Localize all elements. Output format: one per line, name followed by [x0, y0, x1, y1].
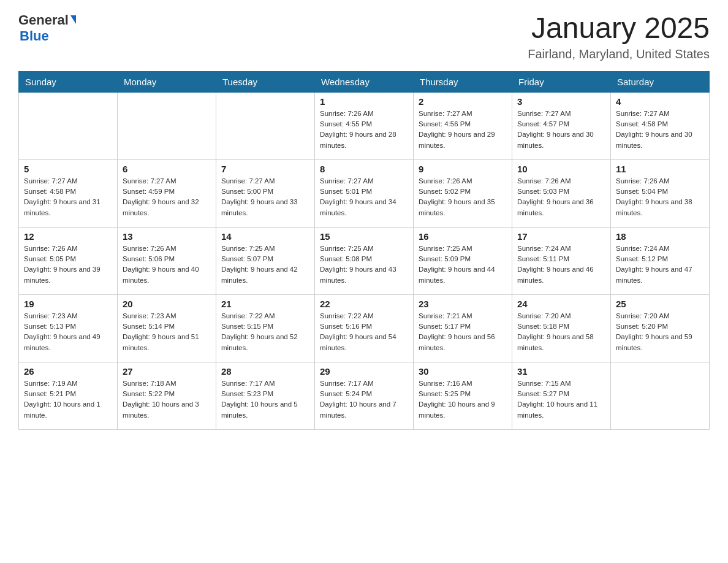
logo-arrow-icon — [70, 15, 76, 24]
day-info: Sunrise: 7:15 AMSunset: 5:27 PMDaylight:… — [517, 378, 605, 421]
day-number: 17 — [517, 231, 605, 242]
page-title: January 2025 — [528, 12, 710, 45]
table-row: 26Sunrise: 7:19 AMSunset: 5:21 PMDayligh… — [19, 362, 118, 429]
table-row: 15Sunrise: 7:25 AMSunset: 5:08 PMDayligh… — [315, 227, 414, 294]
table-row: 27Sunrise: 7:18 AMSunset: 5:22 PMDayligh… — [118, 362, 216, 429]
table-row: 21Sunrise: 7:22 AMSunset: 5:15 PMDayligh… — [216, 294, 315, 362]
day-info: Sunrise: 7:26 AMSunset: 4:55 PMDaylight:… — [320, 109, 408, 151]
calendar-week-row: 19Sunrise: 7:23 AMSunset: 5:13 PMDayligh… — [19, 294, 710, 362]
col-monday: Monday — [118, 71, 216, 92]
day-number: 7 — [221, 164, 309, 174]
page-location: Fairland, Maryland, United States — [528, 47, 710, 61]
table-row: 30Sunrise: 7:16 AMSunset: 5:25 PMDayligh… — [414, 362, 512, 429]
logo: General Blue — [18, 12, 76, 44]
day-info: Sunrise: 7:17 AMSunset: 5:24 PMDaylight:… — [320, 378, 408, 421]
day-number: 26 — [24, 366, 112, 377]
day-number: 28 — [221, 366, 309, 377]
day-info: Sunrise: 7:20 AMSunset: 5:18 PMDaylight:… — [517, 311, 605, 353]
day-info: Sunrise: 7:27 AMSunset: 4:57 PMDaylight:… — [517, 109, 605, 151]
table-row: 6Sunrise: 7:27 AMSunset: 4:59 PMDaylight… — [118, 159, 216, 227]
calendar-week-row: 26Sunrise: 7:19 AMSunset: 5:21 PMDayligh… — [19, 362, 710, 429]
table-row: 16Sunrise: 7:25 AMSunset: 5:09 PMDayligh… — [414, 227, 512, 294]
day-info: Sunrise: 7:27 AMSunset: 5:00 PMDaylight:… — [221, 176, 309, 218]
day-info: Sunrise: 7:27 AMSunset: 5:01 PMDaylight:… — [320, 176, 408, 218]
day-info: Sunrise: 7:26 AMSunset: 5:02 PMDaylight:… — [419, 176, 507, 218]
col-saturday: Saturday — [611, 71, 710, 92]
day-number: 3 — [517, 96, 605, 107]
day-info: Sunrise: 7:22 AMSunset: 5:15 PMDaylight:… — [221, 311, 309, 353]
calendar-header-row: Sunday Monday Tuesday Wednesday Thursday… — [19, 71, 710, 92]
day-number: 6 — [123, 164, 211, 174]
table-row: 1Sunrise: 7:26 AMSunset: 4:55 PMDaylight… — [315, 92, 414, 159]
table-row: 18Sunrise: 7:24 AMSunset: 5:12 PMDayligh… — [611, 227, 710, 294]
day-info: Sunrise: 7:27 AMSunset: 4:58 PMDaylight:… — [24, 176, 112, 218]
table-row: 31Sunrise: 7:15 AMSunset: 5:27 PMDayligh… — [512, 362, 611, 429]
day-info: Sunrise: 7:27 AMSunset: 4:58 PMDaylight:… — [616, 109, 704, 151]
day-number: 16 — [419, 231, 507, 242]
logo-general-text: General — [18, 12, 69, 28]
day-number: 12 — [24, 231, 112, 242]
table-row: 22Sunrise: 7:22 AMSunset: 5:16 PMDayligh… — [315, 294, 414, 362]
day-number: 20 — [123, 299, 211, 309]
col-friday: Friday — [512, 71, 611, 92]
logo-blue-text: Blue — [20, 28, 49, 44]
day-info: Sunrise: 7:21 AMSunset: 5:17 PMDaylight:… — [419, 311, 507, 353]
page-header: General Blue January 2025 Fairland, Mary… — [18, 12, 710, 61]
table-row: 7Sunrise: 7:27 AMSunset: 5:00 PMDaylight… — [216, 159, 315, 227]
day-info: Sunrise: 7:24 AMSunset: 5:12 PMDaylight:… — [616, 243, 704, 286]
table-row: 17Sunrise: 7:24 AMSunset: 5:11 PMDayligh… — [512, 227, 611, 294]
day-info: Sunrise: 7:26 AMSunset: 5:05 PMDaylight:… — [24, 243, 112, 286]
calendar-week-row: 5Sunrise: 7:27 AMSunset: 4:58 PMDaylight… — [19, 159, 710, 227]
col-thursday: Thursday — [414, 71, 512, 92]
day-number: 10 — [517, 164, 605, 174]
col-wednesday: Wednesday — [315, 71, 414, 92]
day-number: 1 — [320, 96, 408, 107]
day-number: 2 — [419, 96, 507, 107]
day-number: 4 — [616, 96, 704, 107]
day-number: 19 — [24, 299, 112, 309]
day-info: Sunrise: 7:16 AMSunset: 5:25 PMDaylight:… — [419, 378, 507, 421]
day-number: 27 — [123, 366, 211, 377]
day-info: Sunrise: 7:20 AMSunset: 5:20 PMDaylight:… — [616, 311, 704, 353]
day-number: 23 — [419, 299, 507, 309]
table-row: 14Sunrise: 7:25 AMSunset: 5:07 PMDayligh… — [216, 227, 315, 294]
day-number: 25 — [616, 299, 704, 309]
day-number: 5 — [24, 164, 112, 174]
day-info: Sunrise: 7:26 AMSunset: 5:06 PMDaylight:… — [123, 243, 211, 286]
calendar-week-row: 1Sunrise: 7:26 AMSunset: 4:55 PMDaylight… — [19, 92, 710, 159]
day-info: Sunrise: 7:26 AMSunset: 5:04 PMDaylight:… — [616, 176, 704, 218]
table-row: 13Sunrise: 7:26 AMSunset: 5:06 PMDayligh… — [118, 227, 216, 294]
day-number: 13 — [123, 231, 211, 242]
table-row: 25Sunrise: 7:20 AMSunset: 5:20 PMDayligh… — [611, 294, 710, 362]
day-number: 21 — [221, 299, 309, 309]
day-info: Sunrise: 7:25 AMSunset: 5:08 PMDaylight:… — [320, 243, 408, 286]
day-number: 31 — [517, 366, 605, 377]
table-row — [19, 92, 118, 159]
day-info: Sunrise: 7:27 AMSunset: 4:56 PMDaylight:… — [419, 109, 507, 151]
day-info: Sunrise: 7:25 AMSunset: 5:07 PMDaylight:… — [221, 243, 309, 286]
day-number: 18 — [616, 231, 704, 242]
day-info: Sunrise: 7:19 AMSunset: 5:21 PMDaylight:… — [24, 378, 112, 421]
day-number: 24 — [517, 299, 605, 309]
table-row: 10Sunrise: 7:26 AMSunset: 5:03 PMDayligh… — [512, 159, 611, 227]
day-number: 29 — [320, 366, 408, 377]
day-number: 8 — [320, 164, 408, 174]
table-row — [216, 92, 315, 159]
table-row: 28Sunrise: 7:17 AMSunset: 5:23 PMDayligh… — [216, 362, 315, 429]
day-number: 9 — [419, 164, 507, 174]
day-info: Sunrise: 7:17 AMSunset: 5:23 PMDaylight:… — [221, 378, 309, 421]
table-row — [118, 92, 216, 159]
table-row: 11Sunrise: 7:26 AMSunset: 5:04 PMDayligh… — [611, 159, 710, 227]
day-number: 11 — [616, 164, 704, 174]
table-row: 2Sunrise: 7:27 AMSunset: 4:56 PMDaylight… — [414, 92, 512, 159]
table-row: 19Sunrise: 7:23 AMSunset: 5:13 PMDayligh… — [19, 294, 118, 362]
day-info: Sunrise: 7:25 AMSunset: 5:09 PMDaylight:… — [419, 243, 507, 286]
day-info: Sunrise: 7:24 AMSunset: 5:11 PMDaylight:… — [517, 243, 605, 286]
table-row: 12Sunrise: 7:26 AMSunset: 5:05 PMDayligh… — [19, 227, 118, 294]
day-info: Sunrise: 7:22 AMSunset: 5:16 PMDaylight:… — [320, 311, 408, 353]
table-row: 9Sunrise: 7:26 AMSunset: 5:02 PMDaylight… — [414, 159, 512, 227]
calendar-week-row: 12Sunrise: 7:26 AMSunset: 5:05 PMDayligh… — [19, 227, 710, 294]
table-row: 20Sunrise: 7:23 AMSunset: 5:14 PMDayligh… — [118, 294, 216, 362]
table-row: 4Sunrise: 7:27 AMSunset: 4:58 PMDaylight… — [611, 92, 710, 159]
table-row: 29Sunrise: 7:17 AMSunset: 5:24 PMDayligh… — [315, 362, 414, 429]
